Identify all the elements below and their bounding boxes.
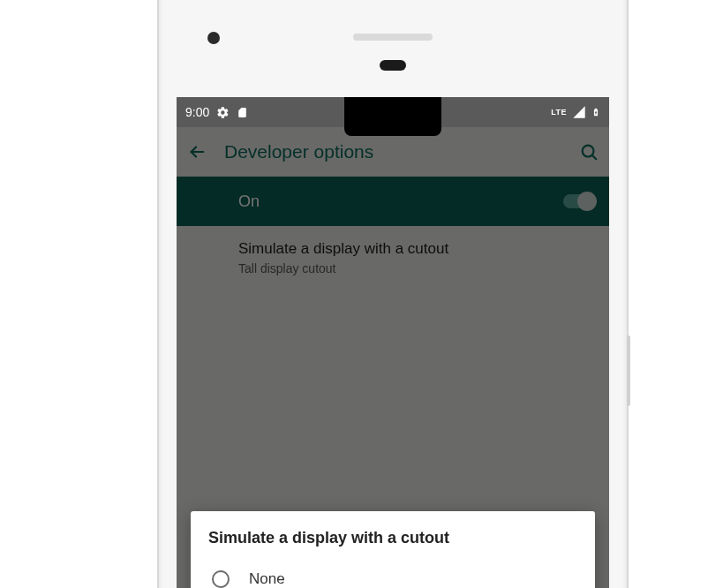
display-cutout-notch xyxy=(344,97,441,136)
sd-card-icon xyxy=(237,106,248,119)
cutout-setting-item[interactable]: Simulate a display with a cutout Tall di… xyxy=(177,226,609,290)
settings-icon xyxy=(216,106,230,119)
radio-label: None xyxy=(249,570,285,588)
screen: 9:00 LTE Develo xyxy=(177,97,609,588)
status-time: 9:00 xyxy=(185,105,209,119)
dialog-title: Simulate a display with a cutout xyxy=(208,529,577,547)
cutout-setting-title: Simulate a display with a cutout xyxy=(238,240,595,258)
radio-icon xyxy=(212,570,230,588)
cutout-setting-subtitle: Tall display cutout xyxy=(238,261,595,275)
signal-icon xyxy=(572,105,586,119)
sensor-pill xyxy=(380,60,406,71)
power-button[interactable] xyxy=(627,335,630,406)
search-icon[interactable] xyxy=(579,142,599,162)
radio-option-none[interactable]: None xyxy=(208,560,577,588)
page-title: Developer options xyxy=(224,141,561,162)
master-toggle-row[interactable]: On xyxy=(177,177,609,226)
back-icon[interactable] xyxy=(187,142,207,162)
front-camera xyxy=(207,32,220,44)
master-toggle-label: On xyxy=(238,192,260,211)
lte-label: LTE xyxy=(551,108,567,117)
cutout-dialog: Simulate a display with a cutout None Na… xyxy=(191,511,595,588)
battery-icon xyxy=(591,105,600,119)
master-toggle-switch[interactable] xyxy=(563,194,595,208)
phone-frame: 9:00 LTE Develo xyxy=(159,0,627,588)
earpiece-speaker xyxy=(353,34,433,41)
